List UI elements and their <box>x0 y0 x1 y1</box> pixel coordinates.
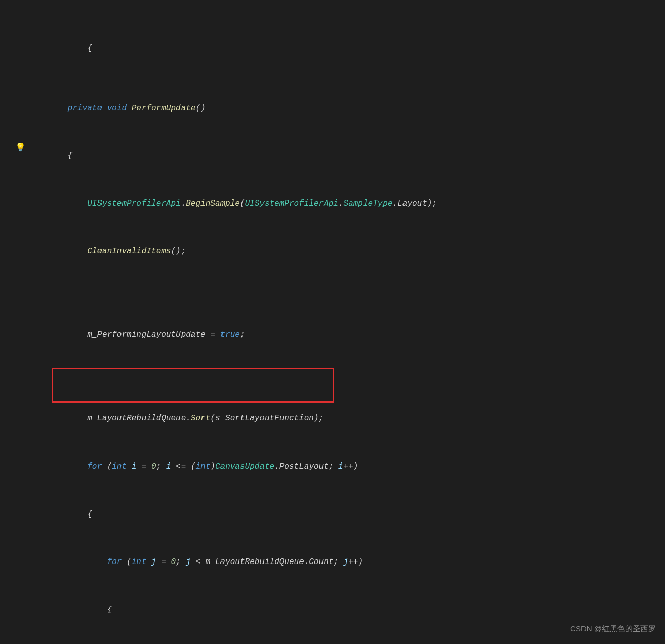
code-area[interactable]: { private void PerformUpdate() { UISyste… <box>28 0 665 644</box>
code-line[interactable]: for (int i = 0; i <= (int)CanvasUpdate.P… <box>28 461 665 473</box>
code-line[interactable] <box>28 365 665 377</box>
code-line[interactable]: { <box>28 604 665 616</box>
code-line[interactable]: m_PerformingLayoutUpdate = true; <box>28 329 665 341</box>
code-line[interactable]: { <box>28 43 665 54</box>
code-line[interactable]: { <box>28 150 665 162</box>
code-line[interactable]: m_LayoutRebuildQueue.Sort(s_SortLayoutFu… <box>28 413 665 425</box>
gutter <box>0 0 13 644</box>
code-line[interactable]: UISystemProfilerApi.BeginSample(UISystem… <box>28 198 665 210</box>
code-editor[interactable]: 💡 { private void PerformUpdate() { UISys… <box>0 0 665 644</box>
code-line[interactable]: { <box>28 509 665 520</box>
watermark: CSDN @红黑色的圣西罗 <box>570 624 656 634</box>
code-line[interactable]: private void PerformUpdate() <box>28 103 665 114</box>
code-line[interactable]: for (int j = 0; j < m_LayoutRebuildQueue… <box>28 556 665 568</box>
lightbulb-icon[interactable]: 💡 <box>15 142 26 152</box>
code-line[interactable]: CleanInvalidItems(); <box>28 246 665 257</box>
code-line[interactable] <box>28 281 665 293</box>
